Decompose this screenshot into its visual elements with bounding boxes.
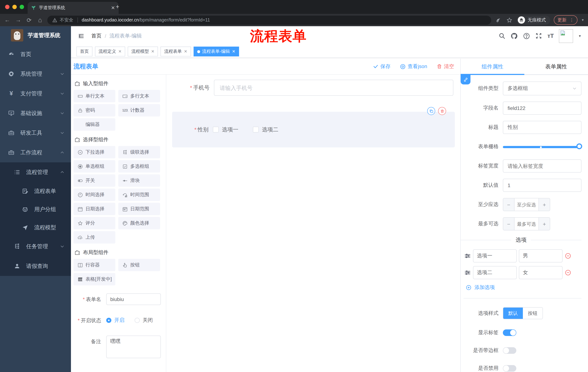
sidebar-item-leave-query[interactable]: 请假查询 xyxy=(0,256,71,276)
font-size-icon[interactable]: ᴛT xyxy=(547,32,554,39)
component-chip-checkbox-group[interactable]: 多选框组 xyxy=(118,160,160,172)
form-remark-textarea[interactable]: 嘿嘿 xyxy=(106,336,161,358)
new-tab-button[interactable]: + xyxy=(116,4,119,10)
browser-menu-icon[interactable]: ⋮ xyxy=(569,18,574,22)
breadcrumb-home[interactable]: 首页 xyxy=(91,32,102,39)
checkbox-option1[interactable]: 选项一 xyxy=(213,126,238,133)
tag-process-definition[interactable]: 流程定义✕ xyxy=(95,47,125,56)
component-chip-row-container[interactable]: 行容器 xyxy=(74,259,115,271)
tag-close-icon[interactable]: ✕ xyxy=(118,49,122,54)
component-chip-time-range[interactable]: 时间范围 xyxy=(118,189,160,201)
component-chip-time-picker[interactable]: 时间选择 xyxy=(74,189,115,201)
stepper-decrease-button[interactable]: − xyxy=(503,218,514,230)
tab-form-props[interactable]: 表单属性 xyxy=(524,59,588,74)
component-chip-button[interactable]: 按钮 xyxy=(118,259,160,271)
stepper-increase-button[interactable]: + xyxy=(539,198,550,211)
bookmark-star-icon[interactable] xyxy=(506,17,513,23)
component-chip-single-text[interactable]: 单行文本 xyxy=(74,90,115,102)
status-radio-off[interactable]: 关闭 xyxy=(135,315,153,326)
component-chip-table[interactable]: 表格[开发中] xyxy=(74,273,115,285)
remove-option-icon[interactable] xyxy=(565,269,571,276)
component-chip-radio-group[interactable]: 单选框组 xyxy=(74,160,115,172)
back-icon[interactable]: ← xyxy=(4,17,11,23)
status-radio-on[interactable]: 开启 xyxy=(106,315,125,326)
component-chip-select[interactable]: 下拉选择 xyxy=(74,146,115,158)
option-name-input[interactable] xyxy=(473,266,517,279)
sidebar-item-infra[interactable]: 基础设施 xyxy=(0,103,71,123)
canvas-field-gender-selected[interactable]: *性别 选项一 选项二 xyxy=(172,112,455,148)
sidebar-item-workflow[interactable]: 工作流程 xyxy=(0,143,71,162)
label-width-input[interactable] xyxy=(503,159,581,172)
title-input[interactable] xyxy=(503,121,581,134)
maximize-window-button[interactable] xyxy=(20,5,24,9)
component-type-select[interactable]: 多选框组 xyxy=(503,82,581,95)
user-menu-caret-icon[interactable]: ▼ xyxy=(578,34,581,38)
component-chip-editor[interactable]: 编辑器 xyxy=(74,118,115,131)
stepper-increase-button[interactable]: + xyxy=(539,218,550,230)
max-select-input[interactable] xyxy=(514,218,539,230)
add-option-button[interactable]: 添加选项 xyxy=(466,284,581,291)
fullscreen-icon[interactable] xyxy=(536,32,542,39)
sidebar-item-process-form[interactable]: 流程表单 xyxy=(0,182,71,200)
component-chip-counter[interactable]: 1̲2̲3̲ 计数器 xyxy=(118,104,160,117)
sidebar-logo[interactable]: 芋道管理系统 xyxy=(0,26,71,44)
browser-tab[interactable]: 芋道管理系统 ✕ xyxy=(28,2,119,14)
incognito-badge[interactable]: 无痕模式 xyxy=(517,15,550,25)
sidebar-item-devtools[interactable]: 研发工具 xyxy=(0,123,71,143)
option-value-input[interactable] xyxy=(519,249,563,262)
disabled-toggle[interactable] xyxy=(503,365,516,372)
forward-icon[interactable]: → xyxy=(15,17,22,23)
search-icon[interactable] xyxy=(499,32,505,39)
close-window-button[interactable] xyxy=(5,5,10,9)
show-label-toggle[interactable] xyxy=(503,329,516,336)
style-button-button[interactable]: 按钮 xyxy=(523,308,543,319)
component-chip-date-picker[interactable]: 日期选择 xyxy=(74,203,115,215)
option-name-input[interactable] xyxy=(473,249,517,262)
minimize-window-button[interactable] xyxy=(12,5,17,9)
phone-input[interactable] xyxy=(214,80,453,96)
avatar[interactable] xyxy=(559,29,573,43)
stepper-decrease-button[interactable]: − xyxy=(503,198,514,211)
clear-button[interactable]: 清空 xyxy=(437,63,454,70)
component-chip-date-range[interactable]: 日期范围 xyxy=(118,203,160,215)
component-chip-cascader[interactable]: 级联选择 xyxy=(118,146,160,158)
default-value-input[interactable] xyxy=(503,179,581,192)
reload-icon[interactable]: ⟳ xyxy=(25,17,33,23)
collapse-sidebar-icon[interactable] xyxy=(77,33,85,39)
component-chip-rate[interactable]: 评分 xyxy=(74,217,115,229)
drag-handle-icon[interactable] xyxy=(464,253,471,259)
drag-handle-icon[interactable] xyxy=(464,269,471,276)
duplicate-component-button[interactable] xyxy=(427,107,435,115)
link-tab[interactable] xyxy=(461,75,471,85)
tag-process-form[interactable]: 流程表单✕ xyxy=(161,47,191,56)
address-bar[interactable]: 不安全 dashboard.yudao.iocoder.cn/bpm/manag… xyxy=(47,15,491,25)
sidebar-item-payment[interactable]: ¥ 支付管理 xyxy=(0,84,71,103)
sidebar-item-home[interactable]: 首页 xyxy=(0,44,71,64)
sidebar-item-process-model[interactable]: 流程模型 xyxy=(0,218,71,237)
home-icon[interactable]: ⌂ xyxy=(36,16,44,24)
component-chip-textarea[interactable]: 多行文本 xyxy=(118,90,160,102)
component-chip-color-picker[interactable]: 颜色选择 xyxy=(118,217,160,229)
tab-component-props[interactable]: 组件属性 xyxy=(461,59,524,74)
github-icon[interactable] xyxy=(511,32,518,40)
checkbox-option2[interactable]: 选项二 xyxy=(253,126,278,133)
remove-option-icon[interactable] xyxy=(565,253,571,259)
with-border-toggle[interactable] xyxy=(503,347,516,354)
tag-home[interactable]: 首页 xyxy=(76,47,92,56)
tab-close-icon[interactable]: ✕ xyxy=(111,5,115,11)
component-chip-upload[interactable]: 上传 xyxy=(74,231,115,244)
form-grid-slider[interactable] xyxy=(503,140,581,153)
password-key-icon[interactable] xyxy=(495,17,502,23)
sidebar-item-system[interactable]: 系统管理 xyxy=(0,64,71,84)
delete-component-button[interactable] xyxy=(438,107,446,115)
tag-close-icon[interactable]: ✕ xyxy=(151,49,154,54)
tag-close-icon[interactable]: ✕ xyxy=(184,49,187,54)
view-json-button[interactable]: 查看json xyxy=(400,63,427,70)
slider-handle[interactable] xyxy=(576,143,582,149)
form-name-input[interactable] xyxy=(106,293,161,305)
min-select-input[interactable] xyxy=(514,198,539,211)
tag-close-icon[interactable]: ✕ xyxy=(232,49,235,54)
sidebar-item-task-mgmt[interactable]: 任务管理 xyxy=(0,237,71,256)
sidebar-item-user-group[interactable]: 用户分组 xyxy=(0,200,71,218)
field-name-input[interactable] xyxy=(503,102,581,115)
